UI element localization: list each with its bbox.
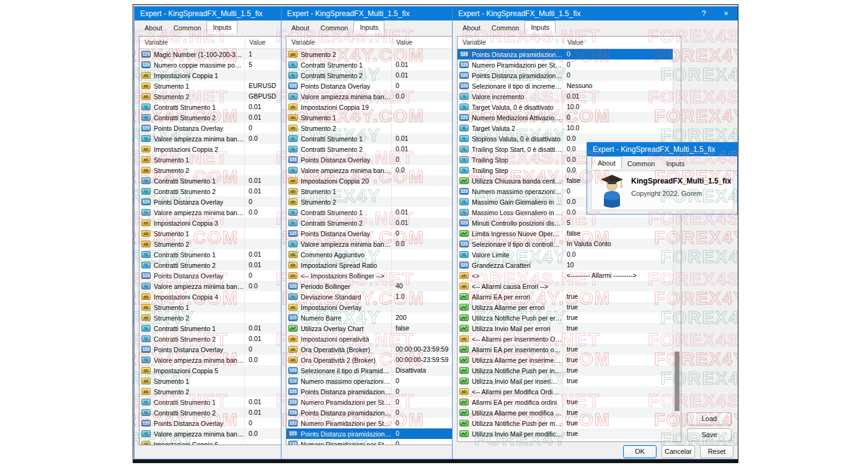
tab-about[interactable]: About [139,22,168,33]
param-value: 0 [563,49,673,60]
titlebar[interactable]: Expert - KingSpreadFX_Multi_1.5_fix [587,143,737,156]
param-row[interactable]: 123Points Distanza piramidazione Step 40 [458,70,673,81]
param-row[interactable]: ½Valore incremento0.01 [458,91,673,102]
load-button[interactable]: Load [687,412,732,425]
column-divider [245,38,246,47]
tab-common[interactable]: Common [622,157,661,169]
param-row[interactable]: Utilizza Invio Mail per inserimento ordi… [458,376,673,386]
param-row[interactable]: Allarmi EA per modifica ordinitrue [458,397,673,407]
num-icon: 123 [288,156,298,163]
close-icon[interactable]: × [717,7,735,20]
tab-about[interactable]: About [457,22,486,33]
param-row[interactable]: Utilizza Notifiche Push per modifica or.… [458,418,673,428]
param-name: Utilizza Chiusura banda centrale [472,177,562,185]
param-row[interactable]: 123Minuti Controllo posizioni disallinea… [458,218,673,228]
tab-common[interactable]: Common [168,22,207,33]
param-row[interactable]: Allarmi EA per inserimento ordinitrue [458,344,673,355]
param-name: Contratti Strumento 1 [154,399,216,406]
ab-icon: ab [141,72,151,79]
tab-about[interactable]: About [591,156,622,169]
param-name: Strumento 2 [301,125,336,132]
tab-inputs[interactable]: Inputs [525,20,556,33]
param-name: Points Distanza piramidazione Step 1(... [301,388,391,396]
ab-icon: ab [459,335,469,342]
param-name: Impostazioni operatività [301,335,369,343]
half-icon: ½ [141,356,151,363]
param-row[interactable]: Utilizza Allarme per modifica ordinitrue [458,407,673,418]
param-row[interactable]: 123Numero Mediazioni Attivazione Secon..… [458,112,673,123]
column-header-value: Value [567,38,583,46]
param-name: Numero Piramidazioni per Step 3 [301,420,391,427]
num-icon: 123 [141,346,151,353]
param-row[interactable]: ab<-- Allarmi per Modifica Ordini( Stopl… [458,386,673,397]
save-button[interactable]: Save [687,428,732,441]
param-row[interactable]: ½Valore Limite0.0 [458,249,673,260]
num-icon: 123 [288,399,298,405]
tab-about[interactable]: About [286,22,315,33]
param-name: Numero Piramidazioni per Step 4 [472,61,562,69]
param-name: Contratti Strumento 2 [154,114,216,122]
param-name: Selezionare il tipo di Piramidazione [301,367,391,374]
param-name: Strumento 1 [301,188,336,195]
ab-icon: ab [288,335,298,342]
param-row[interactable]: ab<-- Allarmi per Inserimento Ordini --> [458,334,673,344]
half-icon: ½ [288,146,298,153]
ab-icon: ab [141,93,151,100]
param-name: Selezionare il tipo di incremento della … [472,82,562,90]
param-name: <-- Impostazioni Bollinger --> [301,272,384,280]
param-row[interactable]: Utilizza Notifiche Push per inserimento.… [458,365,673,376]
vertical-scrollbar[interactable] [673,49,681,441]
tab-inputs[interactable]: Inputs [206,20,237,33]
window-title: Expert - KingSpreadFX_Multi_1.5_fix [140,9,262,18]
param-row[interactable]: Limita Ingresso Nuove Operazioni Se ...f… [458,228,673,239]
reset-button[interactable]: Reset [700,445,733,458]
ab-icon: ab [141,230,151,237]
param-row[interactable]: Utilizza Invio Mail per erroritrue [458,323,673,334]
param-name: Target Valuta, 0 è disattivato [472,104,554,111]
param-row[interactable]: 123Selezionare il tipo di incremento del… [458,81,673,91]
param-row[interactable]: Utilizza Allarme per inserimento ordinit… [458,355,673,365]
tab-inputs[interactable]: Inputs [660,157,690,169]
ab-icon: ab [141,378,151,384]
num-icon: 123 [141,51,151,58]
param-row[interactable]: 123Selezionare il tipo di controllo flot… [458,239,673,249]
param-value: true [563,355,673,365]
ok-button[interactable]: OK [623,445,657,458]
param-name: Numero coppie massime possibili [154,61,244,69]
param-name: Contratti Strumento 1 [301,209,363,216]
param-value: 5 [563,218,673,228]
cancel-button[interactable]: Cancelar [662,445,695,458]
param-row[interactable]: ab<><--------- Allarmi ---------> [458,270,673,281]
half-icon: ½ [141,104,151,110]
titlebar[interactable]: Expert - KingSpreadFX_Multi_1.5_fix ? × [453,7,738,20]
column-divider [563,38,564,47]
param-value: 0 [563,70,673,81]
num-icon: 123 [459,241,469,247]
tab-common[interactable]: Common [315,22,354,33]
tab-common[interactable]: Common [486,22,525,33]
param-row[interactable]: 123Grandezza Caratteri10 [458,260,673,270]
param-name: Points Distanza Overlay [154,272,223,280]
ab-icon: ab [459,388,469,395]
param-row[interactable]: Utilizza Notifiche Push per erroritrue [458,312,673,323]
param-row[interactable]: ½Target Valuta 210.0 [458,123,673,133]
bool-icon [459,367,469,374]
param-row[interactable]: Allarmi EA per erroritrue [458,291,673,302]
param-name: Utilizza Invio Mail per errori [472,325,551,332]
ab-icon: ab [288,262,298,268]
ab-icon: ab [141,367,151,374]
tab-inputs[interactable]: Inputs [353,20,384,33]
product-name: KingSpreadFX_Multi_1.5_fix 1.00 [631,177,733,185]
param-row[interactable]: ½Target Valuta, 0 è disattivato10.0 [458,102,673,112]
param-row[interactable]: Utilizza Allarme per erroritrue [458,302,673,312]
param-row[interactable]: 123Numero Piramidazioni per Step 40 [458,60,673,70]
half-icon: ½ [141,135,151,142]
param-name: Points Distanza Overlay [301,156,370,164]
param-value [563,281,673,291]
param-name: Utilizza Notifiche Push per errori [472,314,562,322]
param-row[interactable]: Utilizza Invio Mail per modifica ordinit… [458,428,673,439]
help-button[interactable]: ? [694,7,713,20]
param-row[interactable]: 123Points Distanza piramidazione Step 30 [458,49,673,60]
param-row[interactable]: ab<-- Allarmi causa Errori --> [458,281,673,291]
scrollbar-thumb[interactable] [675,352,680,411]
